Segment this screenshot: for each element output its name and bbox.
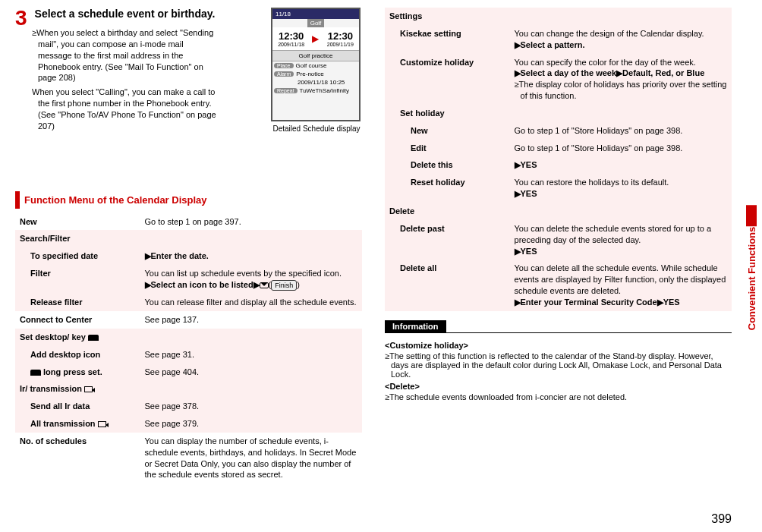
information-box: <Customize holiday> ≥The setting of this…: [385, 332, 732, 401]
arrow-icon: ▶: [312, 33, 319, 44]
figure-caption: Detailed Schedule display: [271, 124, 362, 134]
screen-tab: Golf: [307, 19, 325, 27]
cell-key: Reset holiday: [385, 174, 510, 203]
group-head: Settings: [385, 8, 732, 25]
pill: Repeat: [274, 88, 298, 93]
finish-button-icon: Finish: [271, 280, 297, 291]
cell-val: See page 378.: [140, 398, 362, 415]
triangle-icon: ▶: [657, 297, 663, 307]
cell-key: long press set.: [15, 364, 140, 381]
cell-key: New: [15, 213, 140, 231]
info-text: ≥The schedule events downloaded from i-c…: [385, 392, 732, 401]
ic-transmission-icon: [98, 421, 106, 427]
triangle-icon: ▶: [145, 280, 151, 289]
info-text: ≥The setting of this function is reflect…: [385, 351, 732, 379]
triangle-icon: ▶: [515, 189, 521, 198]
function-menu-table: NewGo to step 1 on page 397. Search/Filt…: [15, 213, 362, 484]
group-head: Set desktop/ key: [15, 329, 362, 346]
side-tab: Convenient Functions: [746, 202, 757, 330]
key-icon: [88, 335, 99, 341]
triangle-icon: ▶: [515, 297, 521, 307]
cell-key: Delete past: [385, 220, 510, 260]
cell-val: See page 31.: [140, 346, 362, 364]
cell-key: To specified date: [15, 247, 140, 265]
cell-val: Go to step 1 of "Store Holidays" on page…: [510, 140, 732, 157]
group-head: Ir/ transmission: [15, 380, 362, 398]
settings-table: Settings Kisekae settingYou can change t…: [385, 8, 732, 311]
info-subhead: <Customize holiday>: [385, 341, 732, 350]
cell-val: ▶YES: [510, 156, 732, 174]
information-heading: Information: [385, 320, 446, 332]
screen-row: Pre-notice: [296, 71, 323, 77]
group-head: Search/Filter: [15, 230, 362, 247]
page-number: 399: [711, 512, 732, 526]
step-title: Select a schedule event or birthday.: [35, 8, 263, 20]
group-head: Set holiday: [385, 105, 732, 122]
key-icon: [30, 370, 41, 376]
cell-key: No. of schedules: [15, 433, 140, 483]
screen-row: 2009/11/18 10:25: [298, 79, 345, 86]
triangle-icon: ▶: [253, 280, 260, 289]
cell-val: You can list up schedule events by the s…: [140, 265, 362, 294]
screen-date: 11/18: [272, 9, 359, 19]
triangle-icon: ▶: [515, 68, 521, 77]
cell-val: You can release filter and display all t…: [140, 294, 362, 311]
cell-val: See page 404.: [140, 364, 362, 381]
triangle-icon: ▶: [515, 160, 521, 169]
cell-val: Go to step 1 on page 397.: [140, 213, 362, 231]
cell-val: ▶Enter the date.: [140, 247, 362, 265]
cell-key: Kisekae setting: [385, 25, 510, 54]
ic-transmission-icon: [84, 386, 93, 392]
cell-val: You can delete the schedule events store…: [510, 220, 732, 260]
end-date: 2009/11/19: [327, 42, 354, 47]
triangle-icon: ▶: [515, 40, 521, 49]
cell-key: Edit: [385, 140, 510, 157]
screen-row: TuWeThSa/Infinity: [300, 87, 349, 94]
start-time: 12:30: [278, 30, 304, 42]
triangle-icon: ▶: [616, 68, 622, 77]
cell-key: Customize holiday: [385, 54, 510, 105]
side-tab-marker: [747, 205, 757, 226]
cell-val: See page 379.: [140, 415, 362, 433]
triangle-icon: ▶: [515, 247, 521, 256]
cell-key: All transmission: [15, 415, 140, 433]
section-heading: Function Menu of the Calendar Display: [15, 191, 362, 209]
cell-val: You can restore the holidays to its defa…: [510, 174, 732, 203]
cell-val: You can display the number of schedule e…: [140, 433, 362, 483]
info-subhead: <Delete>: [385, 382, 732, 391]
cell-key: New: [385, 122, 510, 140]
cell-key: Connect to Center: [15, 311, 140, 329]
pill: Alarm: [274, 71, 294, 77]
cell-val: You can change the design of the Calenda…: [510, 25, 732, 54]
cell-key: Delete all: [385, 260, 510, 310]
cell-val: You can delete all the schedule events. …: [510, 260, 732, 310]
screen-row: Golf course: [296, 62, 327, 69]
end-time: 12:30: [327, 30, 354, 42]
step-number: 3: [15, 8, 27, 134]
cell-key: Add desktop icon: [15, 346, 140, 364]
cell-key: Filter: [15, 265, 140, 294]
figure: 11/18 Golf 12:302009/11/18 ▶ 12:302009/1…: [271, 8, 362, 134]
group-head: Delete: [385, 203, 732, 220]
triangle-icon: ▶: [145, 251, 151, 260]
cell-val: See page 137.: [140, 311, 362, 329]
mail-icon: [260, 282, 269, 288]
phone-screenshot: 11/18 Golf 12:302009/11/18 ▶ 12:302009/1…: [271, 8, 361, 121]
cell-key: Delete this: [385, 156, 510, 174]
start-date: 2009/11/18: [278, 42, 304, 47]
cell-val: Go to step 1 of "Store Holidays" on page…: [510, 122, 732, 140]
screen-subject: Golf practice: [272, 50, 359, 61]
cell-key: Send all Ir data: [15, 398, 140, 415]
pill: Place: [274, 63, 294, 68]
cell-val: You can specify the color for the day of…: [510, 54, 732, 105]
cell-key: Release filter: [15, 294, 140, 311]
